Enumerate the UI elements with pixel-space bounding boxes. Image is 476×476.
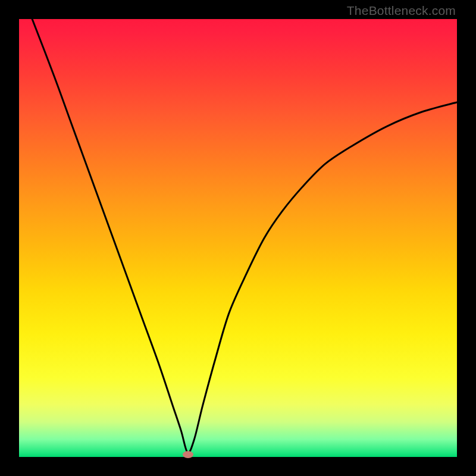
plot-area	[19, 19, 457, 457]
watermark-text: TheBottleneck.com	[347, 4, 456, 18]
chart-container: TheBottleneck.com	[0, 0, 476, 476]
optimal-point-marker	[183, 451, 193, 458]
bottleneck-curve	[19, 19, 457, 457]
